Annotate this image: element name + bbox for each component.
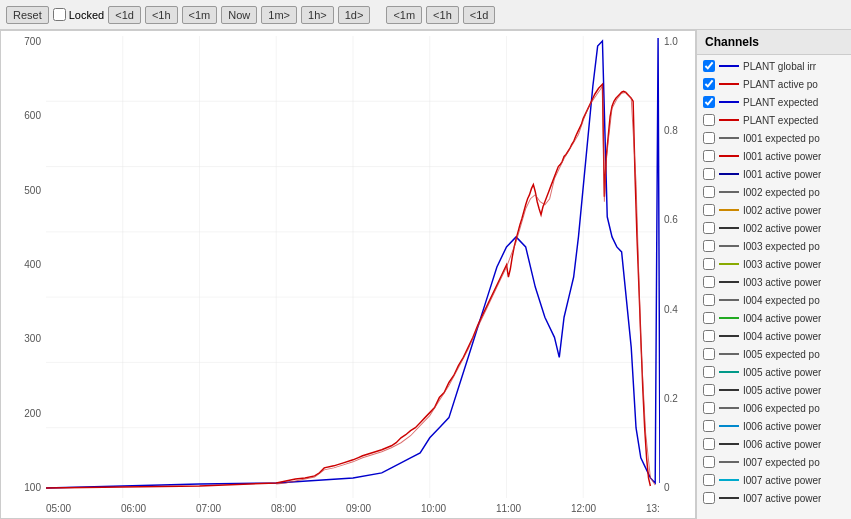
channel-color-line [719,65,739,67]
channel-checkbox-4[interactable] [703,132,715,144]
btn-zoom-prev-1m[interactable]: <1m [386,6,422,24]
channel-label: I002 expected po [743,187,820,198]
channel-color-line [719,263,739,265]
channel-item: I002 active power [697,201,851,219]
channel-color-line [719,191,739,193]
channel-checkbox-10[interactable] [703,240,715,252]
channel-item: I005 active power [697,363,851,381]
channel-checkbox-0[interactable] [703,60,715,72]
channel-color-line [719,119,739,121]
btn-now[interactable]: Now [221,6,257,24]
channel-checkbox-15[interactable] [703,330,715,342]
btn-next-1m[interactable]: 1m> [261,6,297,24]
btn-prev-1m[interactable]: <1m [182,6,218,24]
channel-color-line [719,227,739,229]
channel-item: I007 active power [697,489,851,507]
channel-checkbox-13[interactable] [703,294,715,306]
channel-checkbox-7[interactable] [703,186,715,198]
channel-checkbox-19[interactable] [703,402,715,414]
channel-checkbox-21[interactable] [703,438,715,450]
channel-color-line [719,461,739,463]
locked-checkbox-label[interactable]: Locked [53,8,104,21]
channel-label: I003 active power [743,277,821,288]
channel-item: I003 active power [697,273,851,291]
content-area: 700 600 500 400 300 200 100 1.0 0.8 0.6 … [0,30,851,519]
channel-color-line [719,155,739,157]
channel-label: I005 active power [743,367,821,378]
channel-item: I005 active power [697,381,851,399]
channels-panel: Channels PLANT global irrPLANT active po… [696,30,851,519]
channel-checkbox-5[interactable] [703,150,715,162]
y-axis-right: 1.0 0.8 0.6 0.4 0.2 0 [660,31,695,498]
channel-checkbox-6[interactable] [703,168,715,180]
channel-label: PLANT expected [743,97,818,108]
channel-item: I005 expected po [697,345,851,363]
channel-item: I001 active power [697,165,851,183]
plot-area[interactable] [46,36,660,498]
btn-next-1h[interactable]: 1h> [301,6,334,24]
channel-label: I006 expected po [743,403,820,414]
channel-checkbox-23[interactable] [703,474,715,486]
channel-item: PLANT expected [697,93,851,111]
channel-label: I007 active power [743,493,821,504]
channel-item: I004 active power [697,327,851,345]
channel-color-line [719,317,739,319]
channel-item: I007 expected po [697,453,851,471]
channel-color-line [719,425,739,427]
channel-label: I004 active power [743,331,821,342]
channel-color-line [719,83,739,85]
channel-label: I002 active power [743,205,821,216]
channel-checkbox-12[interactable] [703,276,715,288]
channel-item: I001 active power [697,147,851,165]
channel-label: I004 expected po [743,295,820,306]
channel-label: I007 expected po [743,457,820,468]
channel-color-line [719,281,739,283]
channel-item: I004 active power [697,309,851,327]
channel-color-line [719,443,739,445]
channel-checkbox-17[interactable] [703,366,715,378]
channel-checkbox-16[interactable] [703,348,715,360]
channel-checkbox-11[interactable] [703,258,715,270]
channel-color-line [719,173,739,175]
btn-prev-1h[interactable]: <1h [145,6,178,24]
channel-checkbox-2[interactable] [703,96,715,108]
channel-checkbox-20[interactable] [703,420,715,432]
channel-label: I007 active power [743,475,821,486]
channel-color-line [719,137,739,139]
channel-item: PLANT expected [697,111,851,129]
channel-checkbox-22[interactable] [703,456,715,468]
btn-zoom-prev-1h[interactable]: <1h [426,6,459,24]
channel-label: I003 expected po [743,241,820,252]
toolbar: Reset Locked <1d <1h <1m Now 1m> 1h> 1d>… [0,0,851,30]
btn-prev-1d[interactable]: <1d [108,6,141,24]
channel-checkbox-3[interactable] [703,114,715,126]
channel-label: I006 active power [743,439,821,450]
channels-list[interactable]: PLANT global irrPLANT active poPLANT exp… [697,55,851,519]
channel-item: I003 active power [697,255,851,273]
channel-label: I003 active power [743,259,821,270]
channel-item: I001 expected po [697,129,851,147]
reset-button[interactable]: Reset [6,6,49,24]
chart-area[interactable]: 700 600 500 400 300 200 100 1.0 0.8 0.6 … [0,30,696,519]
channel-item: I006 expected po [697,399,851,417]
channel-checkbox-18[interactable] [703,384,715,396]
channel-checkbox-14[interactable] [703,312,715,324]
channel-label: I005 active power [743,385,821,396]
channel-label: I001 active power [743,169,821,180]
channel-label: I002 active power [743,223,821,234]
x-axis: 05:00 06:00 07:00 08:00 09:00 10:00 11:0… [46,498,660,518]
channel-color-line [719,371,739,373]
locked-checkbox-input[interactable] [53,8,66,21]
channel-checkbox-24[interactable] [703,492,715,504]
channel-item: I002 active power [697,219,851,237]
locked-label: Locked [69,9,104,21]
channel-checkbox-1[interactable] [703,78,715,90]
channel-color-line [719,209,739,211]
channel-checkbox-8[interactable] [703,204,715,216]
btn-next-1d[interactable]: 1d> [338,6,371,24]
channel-item: I007 active power [697,471,851,489]
channel-checkbox-9[interactable] [703,222,715,234]
btn-zoom-prev-1d[interactable]: <1d [463,6,496,24]
channel-color-line [719,299,739,301]
channel-item: PLANT global irr [697,57,851,75]
